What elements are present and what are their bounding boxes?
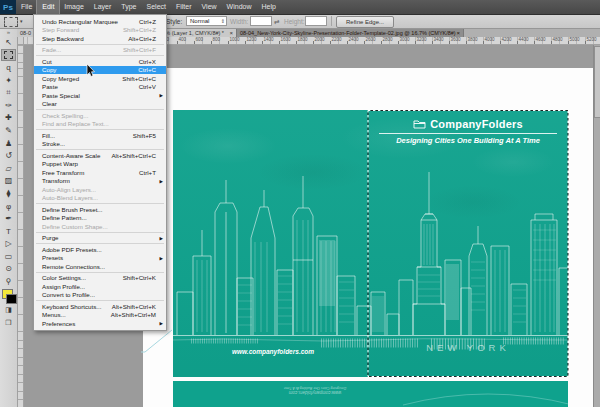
ruler-tick xyxy=(432,41,433,44)
menu-items: FileEditImageLayerTypeSelectFilterViewWi… xyxy=(16,0,281,14)
ruler-tick xyxy=(313,41,314,44)
submenu-arrow-icon: ▶ xyxy=(160,236,163,241)
link-dimensions-icon[interactable]: ⇄ xyxy=(274,18,279,26)
ruler-tick xyxy=(211,41,212,44)
edit-menu-item-paste-special[interactable]: Paste Special▶ xyxy=(34,91,166,100)
eraser-tool-icon[interactable]: ▱ xyxy=(1,162,16,175)
menubar-item-view[interactable]: View xyxy=(197,0,222,14)
tools-panel: » ↖ɋ✦⌗✑✚✎♟↺▱▨⧫φ✒T▷▭⊙⚲ ◨ ❐ xyxy=(0,28,18,407)
menu-separator xyxy=(36,149,164,150)
edit-menu-item-transform[interactable]: Transform▶ xyxy=(34,177,166,186)
edit-menu-item-paste[interactable]: PasteCtrl+V xyxy=(34,83,166,92)
menubar-item-layer[interactable]: Layer xyxy=(89,0,117,14)
ruler-tick xyxy=(415,41,416,44)
hand-tool-icon[interactable]: ⊙ xyxy=(1,263,16,276)
edit-menu-item-keyboard-shortcuts[interactable]: Keyboard Shortcuts...Alt+Shift+Ctrl+K xyxy=(34,302,166,311)
vertical-ruler[interactable] xyxy=(17,44,24,407)
edit-menu-item-copy-merged[interactable]: Copy MergedShift+Ctrl+C xyxy=(34,74,166,83)
width-label: Width: xyxy=(230,18,248,25)
edit-menu-item-fill[interactable]: Fill...Shift+F5 xyxy=(34,131,166,140)
tool-list: ↖ɋ✦⌗✑✚✎♟↺▱▨⧫φ✒T▷▭⊙⚲ xyxy=(0,36,17,288)
ruler-tick xyxy=(449,41,450,44)
shape-tool-icon[interactable]: ▭ xyxy=(1,250,16,263)
screen-mode-icon[interactable]: ❐ xyxy=(1,316,16,329)
edit-menu-item-stroke[interactable]: Stroke... xyxy=(34,140,166,149)
edit-menu-item-puppet-warp[interactable]: Puppet Warp xyxy=(34,160,166,169)
lasso-tool-icon[interactable]: ɋ xyxy=(1,61,16,74)
history-brush-tool-icon[interactable]: ↺ xyxy=(1,149,16,162)
move-tool-icon[interactable]: ↖ xyxy=(1,36,16,49)
edit-menu-item-step-backward[interactable]: Step BackwardAlt+Ctrl+Z xyxy=(34,34,166,43)
gradient-tool-icon[interactable]: ▨ xyxy=(1,175,16,188)
edit-menu-item-remote-connections[interactable]: Remote Connections... xyxy=(34,262,166,271)
folder-pocket[interactable]: www.companyfolders.com Designing Cities … xyxy=(173,381,568,407)
menubar-item-filter[interactable]: Filter xyxy=(171,0,197,14)
ruler-label: 5200 xyxy=(587,37,597,42)
refine-edge-button[interactable]: Refine Edge... xyxy=(336,16,394,28)
edit-menu-item-cut[interactable]: CutCtrl+X xyxy=(34,57,166,66)
menu-separator xyxy=(36,243,164,244)
document-tab-active[interactable]: 08-04_New-York-City-Skyline-Presentation… xyxy=(237,28,464,37)
eyedropper-tool-icon[interactable]: ✑ xyxy=(1,99,16,112)
blur-tool-icon[interactable]: ⧫ xyxy=(1,187,16,200)
dodge-tool-icon[interactable]: φ xyxy=(1,200,16,213)
tool-preset-marquee-icon[interactable] xyxy=(4,17,18,27)
ruler-label: 1800 xyxy=(298,37,308,42)
menubar-item-file[interactable]: File xyxy=(16,0,37,14)
quick-mask-icon[interactable]: ◨ xyxy=(1,304,16,317)
edit-menu-item-purge[interactable]: Purge▶ xyxy=(34,234,166,243)
menubar-item-window[interactable]: Window xyxy=(222,0,257,14)
ruler-tick xyxy=(364,41,365,44)
zoom-tool-icon[interactable]: ⚲ xyxy=(1,275,16,288)
ruler-label: 1600 xyxy=(281,37,291,42)
edit-menu-item-assign-profile[interactable]: Assign Profile... xyxy=(34,282,166,291)
edit-menu-item-define-custom-shape: Define Custom Shape... xyxy=(34,222,166,231)
edit-menu-item-check-spelling: Check Spelling... xyxy=(34,111,166,120)
edit-menu-item-undo-rectangular-marquee[interactable]: Undo Rectangular MarqueeCtrl+Z xyxy=(34,17,166,26)
panel-collapse-icon[interactable]: » xyxy=(0,28,17,36)
width-input[interactable] xyxy=(250,16,272,26)
edit-menu-item-color-settings[interactable]: Color Settings...Shift+Ctrl+K xyxy=(34,274,166,283)
menubar-item-help[interactable]: Help xyxy=(257,0,281,14)
edit-menu-item-content-aware-scale[interactable]: Content-Aware ScaleAlt+Shift+Ctrl+C xyxy=(34,151,166,160)
type-tool-icon[interactable]: T xyxy=(1,225,16,238)
ruler-label: 4000 xyxy=(485,37,495,42)
menubar-item-select[interactable]: Select xyxy=(142,0,171,14)
tool-preset-dropdown-arrow[interactable]: ▾ xyxy=(20,18,23,24)
edit-menu-item-preferences[interactable]: Preferences▶ xyxy=(34,319,166,328)
menubar-item-edit[interactable]: Edit xyxy=(37,0,59,14)
style-select[interactable]: Normal ⇕ xyxy=(186,16,227,26)
rectangular-marquee-tool-icon[interactable] xyxy=(1,49,16,62)
edit-menu-item-define-pattern[interactable]: Define Pattern... xyxy=(34,214,166,223)
clone-stamp-tool-icon[interactable]: ♟ xyxy=(1,137,16,150)
edit-menu-item-clear[interactable]: Clear xyxy=(34,100,166,109)
height-input[interactable] xyxy=(305,16,327,26)
quick-selection-tool-icon[interactable]: ✦ xyxy=(1,74,16,87)
submenu-arrow-icon: ▶ xyxy=(160,256,163,261)
edit-menu-item-convert-to-profile[interactable]: Convert to Profile... xyxy=(34,291,166,300)
edit-menu-item-free-transform[interactable]: Free TransformCtrl+T xyxy=(34,168,166,177)
scrollbar-thumb[interactable] xyxy=(594,46,600,118)
edit-menu-item-menus[interactable]: Menus...Alt+Shift+Ctrl+M xyxy=(34,311,166,320)
brush-tool-icon[interactable]: ✎ xyxy=(1,124,16,137)
tab-close-icon[interactable]: × xyxy=(229,30,233,36)
ruler-label: 3800 xyxy=(468,37,478,42)
options-separator xyxy=(331,16,332,26)
folder-front-cover[interactable]: CompanyFolders Designing Cities One Buil… xyxy=(173,110,568,377)
style-stepper-icon[interactable]: ⇕ xyxy=(221,17,225,25)
crop-tool-icon[interactable]: ⌗ xyxy=(1,86,16,99)
pen-tool-icon[interactable]: ✒ xyxy=(1,212,16,225)
tab-close-icon[interactable]: × xyxy=(456,30,460,36)
edit-menu-item-define-brush-preset[interactable]: Define Brush Preset... xyxy=(34,205,166,214)
mouse-cursor xyxy=(86,64,95,77)
menubar-item-type[interactable]: Type xyxy=(116,0,141,14)
background-color-swatch[interactable] xyxy=(6,294,17,304)
path-selection-tool-icon[interactable]: ▷ xyxy=(1,238,16,251)
edit-menu-item-adobe-pdf-presets[interactable]: Adobe PDF Presets... xyxy=(34,245,166,254)
edit-menu-item-copy[interactable]: CopyCtrl+C xyxy=(34,66,166,75)
healing-brush-tool-icon[interactable]: ✚ xyxy=(1,112,16,125)
edit-menu-item-find-and-replace-text: Find and Replace Text... xyxy=(34,120,166,129)
edit-menu-item-presets[interactable]: Presets▶ xyxy=(34,254,166,263)
menubar-item-image[interactable]: Image xyxy=(59,0,88,14)
ruler-tick xyxy=(568,41,569,44)
